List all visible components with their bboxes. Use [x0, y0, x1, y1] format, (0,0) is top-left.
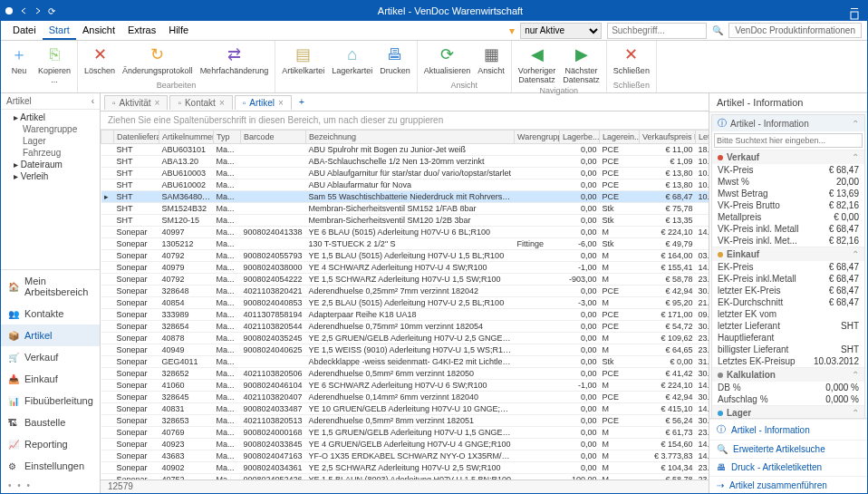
- menu-hilfe[interactable]: Hilfe: [162, 22, 195, 40]
- table-row[interactable]: SHTABU610002Ma...ABU Ablaufarmatur für N…: [101, 179, 709, 191]
- col-header[interactable]: Lagerbe...: [560, 131, 600, 144]
- minimize-icon[interactable]: [850, 2, 859, 11]
- col-header[interactable]: Artikelnummer: [159, 131, 214, 144]
- grid-scroll[interactable]: DatenlieferantArtikelnummerTypBarcodeBez…: [101, 130, 709, 479]
- col-header[interactable]: Bezeichnung: [306, 131, 515, 144]
- tab-aktivität[interactable]: ▫Aktivität×: [104, 95, 168, 110]
- tree-node-lager[interactable]: Lager: [1, 135, 100, 147]
- menu-datei[interactable]: Datei: [6, 22, 43, 40]
- ribbon-kopieren-[interactable]: ⎘Kopieren...: [35, 43, 73, 86]
- redo-icon[interactable]: [34, 6, 43, 15]
- tab-kontakt[interactable]: ▫Kontakt×: [169, 95, 232, 110]
- tab-add[interactable]: +: [294, 95, 310, 109]
- nav-more[interactable]: • • •: [1, 477, 100, 494]
- col-header[interactable]: Typ: [214, 131, 241, 144]
- table-row[interactable]: Sonepar328648Ma...4021103820421Aderendhu…: [101, 286, 709, 297]
- table-row[interactable]: Sonepar40792Ma...9008024054222YE 1,5 SCH…: [101, 274, 709, 286]
- tree-node-artikel[interactable]: ▸ Artikel: [1, 111, 100, 123]
- ribbon-vorheriger-datensatz[interactable]: ◀VorherigerDatensatz: [516, 43, 559, 86]
- nav-verkauf[interactable]: 🛒Verkauf: [1, 346, 100, 368]
- col-header[interactable]: Barcode: [241, 131, 306, 144]
- table-row[interactable]: Sonepar43683Ma...9008024047163YF-O 1X35 …: [101, 450, 709, 462]
- maximize-icon[interactable]: [850, 11, 859, 20]
- table-row[interactable]: Sonepar40769Ma...9008024000168YE 1,5 GRU…: [101, 427, 709, 439]
- product-info-button[interactable]: VenDoc Produktinformationen: [728, 23, 862, 38]
- nav-baustelle[interactable]: 🏗Baustelle: [1, 412, 100, 433]
- nav-einstellungen[interactable]: ⚙Einstellungen: [1, 455, 100, 477]
- ribbon-artikelkartei[interactable]: ▤Artikelkartei: [279, 43, 327, 77]
- ribbon-mehrfach-nderung[interactable]: ⇄Mehrfachänderung: [198, 43, 272, 77]
- col-header[interactable]: Datenlieferant: [114, 131, 159, 144]
- table-row[interactable]: Sonepar328654Ma...4021103820544Aderendhu…: [101, 321, 709, 333]
- info-search-input[interactable]: [714, 133, 863, 148]
- table-row[interactable]: Sonepar41060Ma...9008024046104YE 6 SCHWA…: [101, 380, 709, 392]
- table-row[interactable]: SHTSM1524B32Ma...Membran-Sicherheitsvent…: [101, 203, 709, 215]
- col-header[interactable]: Letztes EK-Preisup...: [696, 131, 709, 144]
- menu-extras[interactable]: Extras: [121, 22, 162, 40]
- nav-kontakte[interactable]: 👥Kontakte: [1, 303, 100, 324]
- section-verkauf[interactable]: Verkauf⌃: [712, 150, 864, 164]
- ribbon-drucken[interactable]: 🖶Drucken: [377, 43, 413, 77]
- table-row[interactable]: Sonepar40878Ma...9008024035245YE 2,5 GRU…: [101, 333, 709, 344]
- link-artikel-zusammenf-hren[interactable]: ⇢Artikel zusammenführen: [709, 476, 867, 494]
- tree-node-fahrzeug[interactable]: Fahrzeug: [1, 147, 100, 159]
- ribbon-n-chster-datensatz[interactable]: ▶NächsterDatensatz: [560, 43, 603, 86]
- table-row[interactable]: Sonepar328645Ma...4021103820407Aderendhu…: [101, 392, 709, 403]
- table-row[interactable]: SHTABA13.20Ma...ABA-Schlauchschelle 1/2 …: [101, 156, 709, 168]
- section-einkauf[interactable]: Einkauf⌃: [712, 247, 864, 261]
- col-header[interactable]: Verkaufspreis N...: [640, 131, 696, 144]
- table-row[interactable]: Sonepar1305212Ma...130 T-STUECK 2 1/2" S…: [101, 238, 709, 250]
- nav-einkauf[interactable]: 📥Einkauf: [1, 368, 100, 390]
- nav-reporting[interactable]: 📈Reporting: [1, 433, 100, 455]
- table-row[interactable]: Sonepar40831Ma...9008024033487YE 10 GRUE…: [101, 403, 709, 415]
- col-header[interactable]: Lagerein...: [600, 131, 640, 144]
- filter-select[interactable]: nur Aktive: [520, 23, 602, 39]
- table-row[interactable]: SHTABU603101Ma...ABU Spulrohr mit Bogen …: [101, 144, 709, 156]
- link-artikel-information[interactable]: ⓘArtikel - Information: [709, 419, 867, 440]
- tab-close-icon[interactable]: ×: [155, 98, 160, 108]
- tab-close-icon[interactable]: ×: [219, 98, 225, 108]
- table-row[interactable]: Sonepar40902Ma...9008024034361YE 2,5 SCH…: [101, 462, 709, 474]
- table-row[interactable]: ▸SHTSAM3648066Ma...Sam 55 Waschtischbatt…: [101, 191, 709, 203]
- table-row[interactable]: Sonepar40923Ma...9008024033845YE 4 GRUEN…: [101, 439, 709, 450]
- link-erweiterte-artikelsuche[interactable]: 🔍Erweiterte Artikelsuche: [709, 440, 867, 458]
- table-row[interactable]: Sonepar328652Ma...4021103820506Aderendhu…: [101, 368, 709, 380]
- search-input[interactable]: [607, 23, 707, 39]
- ribbon-ansicht[interactable]: ▦Ansicht: [475, 43, 507, 77]
- nav-fibuüberleitung[interactable]: 📊Fibuüberleitung: [1, 390, 100, 412]
- accordion-header-info[interactable]: ⓘArtikel - Information ⌃: [712, 115, 864, 131]
- table-row[interactable]: Sonepar40997Ma...9008024041338YE 6 BLAU …: [101, 227, 709, 238]
- tab-artikel[interactable]: ▫Artikel×: [235, 95, 292, 110]
- table-row[interactable]: Sonepar40854Ma...9008024040853YE 2,5 BLA…: [101, 297, 709, 309]
- ribbon-schlie-en[interactable]: ✕Schließen: [611, 43, 652, 77]
- tree-node-dateiraum[interactable]: ▸ Dateiraum: [1, 159, 100, 170]
- group-by-bar[interactable]: Ziehen Sie eine Spaltenüberschrift in di…: [101, 111, 709, 130]
- ribbon-aktualisieren[interactable]: ⟳Aktualisieren: [421, 43, 474, 77]
- col-header[interactable]: [101, 131, 114, 144]
- table-row[interactable]: SoneparGEG4011Ma...Abdeckklappe -weiss s…: [101, 356, 709, 368]
- menu-ansicht[interactable]: Ansicht: [76, 22, 121, 40]
- nav-mein-arbeitsbereich[interactable]: 🏠Mein Arbeitsbereich: [1, 270, 100, 303]
- tab-close-icon[interactable]: ×: [278, 98, 284, 108]
- col-header[interactable]: Warengruppe: [515, 131, 560, 144]
- ribbon--nderungsprotokoll[interactable]: ↻Änderungsprotokoll: [120, 43, 196, 77]
- table-row[interactable]: SHTSM120-15Ma...Membran-Sicherheitsventi…: [101, 215, 709, 227]
- table-row[interactable]: SHTABU610003Ma...ABU Ablaufgarnitur für …: [101, 168, 709, 179]
- table-row[interactable]: Sonepar333989Ma...4011307858194Adapterpa…: [101, 309, 709, 321]
- ribbon-l-schen[interactable]: ✕Löschen: [82, 43, 118, 77]
- undo-icon[interactable]: [19, 6, 28, 15]
- search-icon[interactable]: 🔍: [712, 25, 723, 35]
- nav-artikel[interactable]: 📦Artikel: [1, 324, 100, 346]
- tree-node-warengruppe[interactable]: Warengruppe: [1, 123, 100, 135]
- tree-node-verleih[interactable]: ▸ Verleih: [1, 170, 100, 182]
- table-row[interactable]: Sonepar40949Ma...9008024040625YE 1,5 WEI…: [101, 344, 709, 356]
- table-row[interactable]: Sonepar40979Ma...9008024038000YE 4 SCHWA…: [101, 262, 709, 274]
- section-kalkulation[interactable]: Kalkulation⌃: [712, 367, 864, 382]
- collapse-icon[interactable]: ‹: [92, 96, 94, 106]
- ribbon-lagerkartei[interactable]: ⌂Lagerkartei: [329, 43, 375, 77]
- link-druck-artikeletiketten[interactable]: 🖶Druck - Artikeletiketten: [709, 458, 867, 476]
- section-lager[interactable]: Lager⌃: [712, 405, 864, 418]
- table-row[interactable]: Sonepar40792Ma...9008024055793YE 1,5 BLA…: [101, 250, 709, 262]
- menu-start[interactable]: Start: [43, 22, 76, 40]
- table-row[interactable]: Sonepar328653Ma...4021103820513Aderendhu…: [101, 415, 709, 427]
